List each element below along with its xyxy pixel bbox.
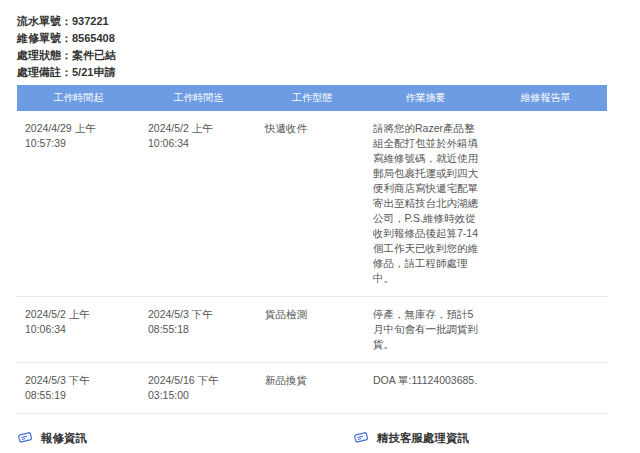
colon: ： (61, 66, 72, 78)
table-row: 2024/4/29 上午 10:57:39 2024/5/2 上午 10:06:… (17, 111, 607, 297)
repair-info-title-text: 報修資訊 (41, 431, 87, 446)
cell-report (484, 363, 607, 414)
remark-line: 處理備註：5/21申請 (17, 64, 640, 81)
colon: ： (61, 32, 72, 44)
cell-end-time: 2024/5/16 下午 03:15:00 (140, 363, 257, 414)
table-row: 2024/5/3 下午 08:55:19 2024/5/16 下午 03:15:… (17, 363, 607, 414)
column-header-report: 維修報告單 (484, 85, 607, 111)
work-log-table: 工作時間起 工作時間迄 工作型態 作業摘要 維修報告單 2024/4/29 上午… (17, 85, 607, 414)
column-header-start-time: 工作時間起 (17, 85, 140, 111)
status-line: 處理狀態：案件已結 (17, 47, 640, 64)
cell-work-type: 快遞收件 (257, 111, 367, 297)
cell-start-time: 2024/5/3 下午 08:55:19 (17, 363, 140, 414)
column-header-end-time: 工作時間迄 (140, 85, 257, 111)
repair-number-label: 維修單號 (17, 32, 61, 44)
memo-icon (17, 429, 33, 447)
order-summary: 流水單號：937221 維修單號：8565408 處理狀態：案件已結 處理備註：… (0, 0, 640, 81)
status-value: 案件已結 (72, 49, 116, 61)
memo-icon (353, 429, 369, 447)
remark-label: 處理備註 (17, 66, 61, 78)
serial-number-label: 流水單號 (17, 15, 61, 27)
cell-work-type: 新品換貨 (257, 363, 367, 414)
service-info-title: 精技客服處理資訊 (353, 429, 613, 447)
serial-number-line: 流水單號：937221 (17, 13, 640, 30)
column-header-summary: 作業摘要 (367, 85, 484, 111)
status-label: 處理狀態 (17, 49, 61, 61)
service-info-section: 精技客服處理資訊 SR維修單 品號 (353, 429, 613, 453)
cell-summary: 請將您的Razer產品整組全配打包並於外箱填寫維修號碼，就近使用郵局包裹托運或到… (367, 111, 484, 297)
cell-report (484, 111, 607, 297)
column-header-work-type: 工作型態 (257, 85, 367, 111)
repair-info-section: 報修資訊 報修日期 商品型號 (17, 429, 277, 453)
cell-start-time: 2024/5/2 上午 10:06:34 (17, 297, 140, 363)
cell-report (484, 297, 607, 363)
remark-value: 5/21申請 (72, 66, 115, 78)
colon: ： (61, 49, 72, 61)
detail-sections: 報修資訊 報修日期 商品型號 精技客服處理資訊 (17, 429, 640, 453)
colon: ： (61, 15, 72, 27)
table-header-row: 工作時間起 工作時間迄 工作型態 作業摘要 維修報告單 (17, 85, 607, 111)
cell-end-time: 2024/5/3 下午 08:55:18 (140, 297, 257, 363)
table-row: 2024/5/2 上午 10:06:34 2024/5/3 下午 08:55:1… (17, 297, 607, 363)
serial-number-value: 937221 (72, 15, 109, 27)
cell-start-time: 2024/4/29 上午 10:57:39 (17, 111, 140, 297)
cell-work-type: 貨品檢測 (257, 297, 367, 363)
cell-summary: 停產，無庫存，預計5月中旬會有一批調貨到貨。 (367, 297, 484, 363)
repair-number-line: 維修單號：8565408 (17, 30, 640, 47)
cell-summary: DOA 單:11124003685. (367, 363, 484, 414)
repair-number-value: 8565408 (72, 32, 115, 44)
repair-info-title: 報修資訊 (17, 429, 277, 447)
cell-end-time: 2024/5/2 上午 10:06:34 (140, 111, 257, 297)
service-info-title-text: 精技客服處理資訊 (377, 431, 469, 446)
